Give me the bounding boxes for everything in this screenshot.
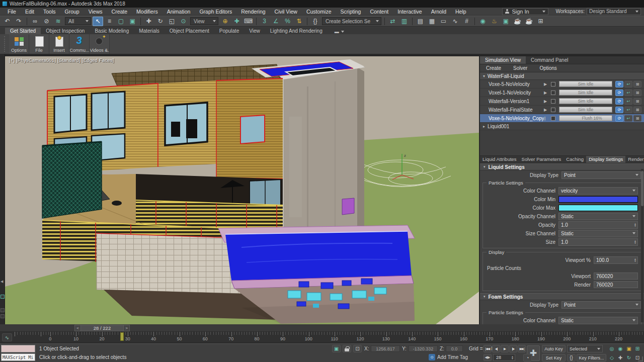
- run-simulation-icon[interactable]: ▶: [544, 90, 551, 95]
- window-crossing-icon[interactable]: ▣: [127, 17, 138, 26]
- align-icon[interactable]: ▥: [399, 17, 410, 26]
- ribbon-overflow-icon[interactable]: ▬: [335, 29, 344, 34]
- next-frame-button[interactable]: |▶: [509, 345, 517, 352]
- ribbon-tab[interactable]: Materials: [134, 28, 165, 34]
- grid-options-icon[interactable]: ⊞: [633, 98, 641, 105]
- viewport-layout-tab-b[interactable]: [1, 308, 5, 312]
- run-simulation-icon[interactable]: ▶: [544, 108, 551, 112]
- render-production-icon[interactable]: ☕: [512, 17, 523, 26]
- toggle-ribbon-icon[interactable]: ▭: [438, 17, 449, 26]
- tree-root-waterfall-liquid[interactable]: WaterFall-Liquid: [480, 72, 644, 80]
- next-frame-arrow[interactable]: >: [123, 325, 130, 331]
- select-and-move-icon[interactable]: ✚: [143, 17, 154, 26]
- ribbon-button-community[interactable]: Commu...: [69, 34, 90, 54]
- run-simulation-icon[interactable]: ▶: [544, 82, 551, 86]
- spinner-arrows-icon[interactable]: ▲▼: [634, 223, 636, 227]
- time-configuration-icon[interactable]: ◔: [523, 354, 532, 361]
- cache-icon[interactable]: ⟳: [615, 81, 623, 87]
- menu-item[interactable]: Rendering: [236, 8, 270, 16]
- snaps-toggle-3d-icon[interactable]: 3: [259, 17, 270, 26]
- color-min-swatch[interactable]: [558, 196, 638, 203]
- render-setup-icon[interactable]: ♨: [489, 17, 500, 26]
- menu-item[interactable]: Group: [60, 8, 84, 16]
- display-type-select[interactable]: Point: [561, 171, 641, 179]
- sim-menu-item[interactable]: Create: [480, 65, 507, 71]
- menu-item[interactable]: Create: [107, 8, 132, 16]
- mirror-icon[interactable]: ⇄: [387, 17, 398, 26]
- sim-row-checkbox[interactable]: [551, 82, 555, 86]
- run-simulation-icon[interactable]: ▶: [544, 99, 551, 104]
- rollout-liquid-settings[interactable]: Liquid Settings: [480, 163, 644, 170]
- grid-options-icon[interactable]: ⊞: [633, 81, 641, 87]
- revert-icon[interactable]: ↩: [624, 98, 632, 105]
- set-key-button[interactable]: Set Key: [542, 354, 566, 361]
- rectangular-selection-region-icon[interactable]: ▢: [116, 17, 126, 26]
- menu-item[interactable]: Modifiers: [132, 8, 163, 16]
- settings-tab[interactable]: Caching: [564, 156, 586, 163]
- isolate-selection-icon[interactable]: ▣: [332, 345, 341, 352]
- ribbon-tab[interactable]: Object Placement: [165, 28, 214, 34]
- menu-item[interactable]: Scripting: [336, 8, 366, 16]
- opacity-channel-select[interactable]: Static: [558, 213, 638, 220]
- ribbon-tab[interactable]: Lighting And Rendering: [265, 28, 328, 34]
- viewport-layout-tab-a[interactable]: [1, 295, 5, 299]
- foam-color-channel-select[interactable]: Static: [558, 317, 638, 324]
- panel-tab[interactable]: Command Panel: [526, 56, 573, 64]
- select-and-scale-icon[interactable]: ◱: [167, 17, 177, 26]
- viewport-pct-spinner[interactable]: 100.0 ▲▼: [594, 256, 638, 264]
- go-to-start-button[interactable]: |◀◀: [484, 345, 492, 352]
- revert-icon[interactable]: ↩: [624, 115, 632, 122]
- select-and-rotate-icon[interactable]: ↻: [155, 17, 166, 26]
- selection-lock-icon[interactable]: [343, 345, 351, 352]
- ribbon-button-file[interactable]: File: [29, 34, 49, 54]
- workspace-select[interactable]: Design Standard: [587, 8, 641, 15]
- sim-menu-item[interactable]: Options: [533, 65, 562, 71]
- menu-item[interactable]: Graph Editors: [195, 8, 236, 16]
- viewport-layout-tab-c[interactable]: [1, 314, 5, 318]
- size-spinner[interactable]: 1.0 ▲▼: [558, 238, 638, 246]
- ribbon-grip[interactable]: [4, 36, 6, 52]
- y-coord-field[interactable]: -1320.332: [409, 345, 438, 352]
- cache-icon[interactable]: ⟳: [615, 107, 623, 113]
- menu-item[interactable]: Interactive: [393, 8, 426, 16]
- sim-row[interactable]: Waterfall-FinalState ▶ Sim Idle ⟳ ↩ ⊞: [480, 106, 644, 114]
- ribbon-tab[interactable]: Populate: [214, 28, 244, 34]
- sim-row[interactable]: Voxel-1-NoVelocity ▶ Sim Idle ⟳ ↩ ⊞: [480, 88, 644, 97]
- spinner-arrows-icon[interactable]: ▲▼: [511, 355, 514, 359]
- orbit-icon[interactable]: ↻: [625, 354, 633, 361]
- viewport-3d-scene[interactable]: z: [5, 56, 479, 324]
- sim-row[interactable]: Voxe-5-NoVelocity ▶ Sim Idle ⟳ ↩ ⊞: [480, 80, 644, 88]
- sim-row[interactable]: Waterfall-Version1 ▶ Sim Idle ⟳ ↩ ⊞: [480, 97, 644, 106]
- zoom-icon[interactable]: ◎: [608, 345, 616, 352]
- select-and-place-icon[interactable]: ⊙: [178, 17, 189, 26]
- time-slider[interactable]: < 28 / 222 >: [74, 325, 130, 331]
- maxscript-mini-listener-pink[interactable]: [1, 345, 35, 352]
- size-channel-select[interactable]: Static: [558, 230, 638, 237]
- sign-in-button[interactable]: Sign In: [502, 8, 548, 15]
- keyboard-shortcut-override-icon[interactable]: ⌨: [243, 17, 254, 26]
- select-by-name-icon[interactable]: ≡: [104, 17, 115, 26]
- current-frame-field[interactable]: 28 ▲▼: [493, 354, 515, 361]
- menu-item[interactable]: Civil View: [270, 8, 302, 16]
- revert-icon[interactable]: ↩: [624, 81, 632, 87]
- viewport-label[interactable]: [+] [PhysCamera001] [Standard] [Edged Fa…: [9, 57, 114, 63]
- grid-options-icon[interactable]: ⊞: [633, 107, 641, 113]
- add-time-tag[interactable]: Add Time Tag: [437, 354, 468, 360]
- track-bar-ticks[interactable]: 0102030405060708090100110120130140150160…: [14, 332, 644, 343]
- go-to-end-button[interactable]: ▶▶|: [518, 345, 526, 352]
- window-resize-grip[interactable]: [638, 356, 643, 361]
- toggle-scene-explorer-icon[interactable]: ▤: [415, 17, 426, 26]
- menu-item[interactable]: Animation: [163, 8, 195, 16]
- ribbon-button-videos[interactable]: Videos &...: [90, 34, 110, 54]
- tree-item-liquid001[interactable]: Liquid001: [480, 123, 644, 130]
- settings-tab[interactable]: Solver Parameters: [519, 156, 564, 163]
- pan-icon[interactable]: ✚: [616, 354, 624, 361]
- sim-row-checkbox[interactable]: [551, 90, 555, 95]
- auto-key-button[interactable]: Auto Key: [542, 345, 566, 352]
- menu-item[interactable]: File: [3, 8, 21, 16]
- panel-collapse-arrow-icon[interactable]: ◀: [1, 280, 3, 284]
- ribbon-tab[interactable]: Basic Modeling: [90, 28, 134, 34]
- open-mini-curve-editor-icon[interactable]: ∿: [2, 333, 12, 341]
- zoom-extents-all-icon[interactable]: ⊞: [633, 345, 641, 352]
- angle-snap-icon[interactable]: ∠: [271, 17, 281, 26]
